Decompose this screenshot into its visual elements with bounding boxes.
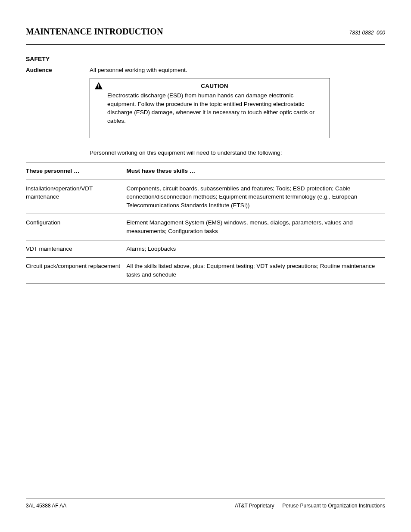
skills-intro: Personnel working on this equipment will… <box>90 149 385 157</box>
skills-value: Components, circuit boards, subassemblie… <box>127 180 385 215</box>
skills-row: Circuit pack/component replacement All t… <box>26 258 385 283</box>
skills-row: Installation/operation/VDT maintenance C… <box>26 180 385 215</box>
skills-row: Configuration Element Management System … <box>26 214 385 240</box>
svg-rect-1 <box>98 84 99 87</box>
footer-left: 3AL 45388 AF AA <box>26 503 66 509</box>
skills-value: Element Management System (EMS) windows,… <box>127 214 385 240</box>
skills-col-role: These personnel … <box>26 162 127 180</box>
skills-table-header: These personnel … Must have these skills… <box>26 162 385 180</box>
skills-col-skills: Must have these skills … <box>127 162 385 180</box>
skills-role: Installation/operation/VDT maintenance <box>26 180 127 215</box>
skills-role: VDT maintenance <box>26 240 127 258</box>
skills-value: Alarms; Loopbacks <box>127 240 385 258</box>
audience-row: Audience All personnel working with equi… <box>26 66 385 75</box>
svg-rect-2 <box>98 87 99 88</box>
skills-row: VDT maintenance Alarms; Loopbacks <box>26 240 385 258</box>
audience-value: All personnel working with equipment. <box>90 66 385 75</box>
skills-value: All the skills listed above, plus: Equip… <box>127 258 385 283</box>
skills-role: Configuration <box>26 214 127 240</box>
footer-right: AT&T Proprietary — Peruse Pursuant to Or… <box>235 503 385 509</box>
product-code: 7831 0882–000 <box>349 30 385 36</box>
caution-box: CAUTION Electrostatic discharge (ESD) fr… <box>90 78 330 138</box>
caution-body: Electrostatic discharge (ESD) from human… <box>107 91 322 125</box>
skills-role: Circuit pack/component replacement <box>26 258 127 283</box>
page-footer: 3AL 45388 AF AA AT&T Proprietary — Perus… <box>26 498 385 509</box>
audience-label: Audience <box>26 66 90 75</box>
skills-table: These personnel … Must have these skills… <box>26 162 385 283</box>
caution-title: CAUTION <box>107 82 322 90</box>
section-label-safety: SAFETY <box>26 56 385 62</box>
page-title: MAINTENANCE INTRODUCTION <box>26 27 163 37</box>
page-header: MAINTENANCE INTRODUCTION 7831 0882–000 <box>26 27 385 45</box>
warning-triangle-icon <box>94 82 103 90</box>
